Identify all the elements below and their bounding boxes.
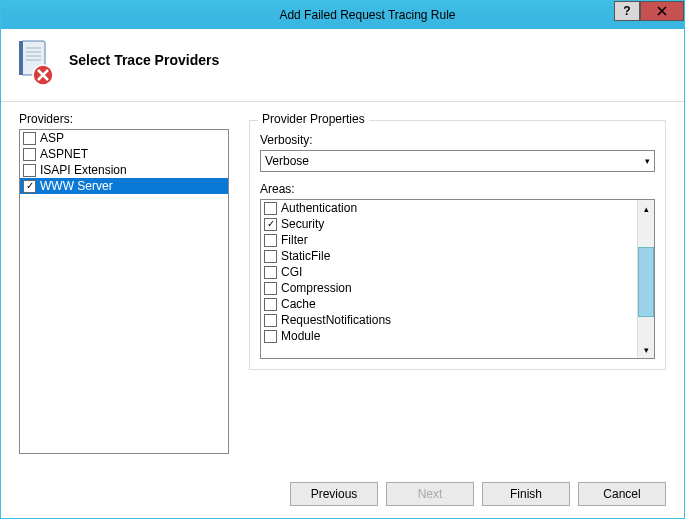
- verbosity-value: Verbose: [265, 154, 309, 168]
- checkbox[interactable]: [264, 266, 277, 279]
- vertical-scrollbar[interactable]: ▴ ▾: [637, 200, 654, 358]
- provider-item[interactable]: ✓WWW Server: [20, 178, 228, 194]
- provider-item-label: ISAPI Extension: [40, 163, 127, 177]
- checkbox[interactable]: [264, 234, 277, 247]
- finish-button[interactable]: Finish: [482, 482, 570, 506]
- help-button[interactable]: ?: [614, 1, 640, 21]
- area-item-label: Authentication: [281, 201, 357, 215]
- previous-button[interactable]: Previous: [290, 482, 378, 506]
- area-item[interactable]: StaticFile: [261, 248, 637, 264]
- titlebar: Add Failed Request Tracing Rule ?: [1, 1, 684, 29]
- provider-item[interactable]: ASPNET: [20, 146, 228, 162]
- window-title: Add Failed Request Tracing Rule: [51, 8, 684, 22]
- checkbox[interactable]: [23, 148, 36, 161]
- checkbox[interactable]: [23, 164, 36, 177]
- provider-item-label: WWW Server: [40, 179, 113, 193]
- close-button[interactable]: [640, 1, 684, 21]
- checkbox[interactable]: [23, 132, 36, 145]
- area-item-label: Security: [281, 217, 324, 231]
- close-icon: [657, 6, 667, 16]
- verbosity-label: Verbosity:: [260, 133, 655, 147]
- checkbox[interactable]: ✓: [264, 218, 277, 231]
- providers-panel: Providers: ASPASPNETISAPI Extension✓WWW …: [19, 112, 229, 454]
- providers-label: Providers:: [19, 112, 229, 126]
- areas-list: Authentication✓SecurityFilterStaticFileC…: [261, 200, 637, 358]
- next-button: Next: [386, 482, 474, 506]
- checkbox[interactable]: ✓: [23, 180, 36, 193]
- wizard-icon: [15, 39, 55, 87]
- areas-listbox[interactable]: Authentication✓SecurityFilterStaticFileC…: [260, 199, 655, 359]
- area-item[interactable]: CGI: [261, 264, 637, 280]
- area-item-label: Cache: [281, 297, 316, 311]
- area-item[interactable]: RequestNotifications: [261, 312, 637, 328]
- checkbox[interactable]: [264, 330, 277, 343]
- scroll-thumb[interactable]: [638, 247, 654, 317]
- scroll-track[interactable]: [638, 217, 654, 341]
- area-item[interactable]: ✓Security: [261, 216, 637, 232]
- checkbox[interactable]: [264, 282, 277, 295]
- area-item-label: Filter: [281, 233, 308, 247]
- group-title: Provider Properties: [258, 112, 369, 126]
- area-item[interactable]: Cache: [261, 296, 637, 312]
- page-title: Select Trace Providers: [69, 52, 219, 68]
- checkbox[interactable]: [264, 202, 277, 215]
- providers-listbox[interactable]: ASPASPNETISAPI Extension✓WWW Server: [19, 129, 229, 454]
- provider-item-label: ASPNET: [40, 147, 88, 161]
- checkbox[interactable]: [264, 314, 277, 327]
- area-item[interactable]: Module: [261, 328, 637, 344]
- scroll-down-button[interactable]: ▾: [638, 341, 654, 358]
- verbosity-select[interactable]: Verbose ▾: [260, 150, 655, 172]
- checkbox[interactable]: [264, 298, 277, 311]
- provider-item-label: ASP: [40, 131, 64, 145]
- area-item-label: RequestNotifications: [281, 313, 391, 327]
- titlebar-buttons: ?: [614, 1, 684, 21]
- checkbox[interactable]: [264, 250, 277, 263]
- provider-item[interactable]: ASP: [20, 130, 228, 146]
- area-item-label: StaticFile: [281, 249, 330, 263]
- properties-panel: Provider Properties Verbosity: Verbose ▾…: [249, 112, 666, 454]
- area-item[interactable]: Filter: [261, 232, 637, 248]
- wizard-window: Add Failed Request Tracing Rule ? Select…: [0, 0, 685, 519]
- area-item-label: Compression: [281, 281, 352, 295]
- chevron-down-icon: ▾: [645, 156, 650, 166]
- provider-item[interactable]: ISAPI Extension: [20, 162, 228, 178]
- area-item-label: Module: [281, 329, 320, 343]
- provider-properties-group: Provider Properties Verbosity: Verbose ▾…: [249, 120, 666, 370]
- area-item[interactable]: Compression: [261, 280, 637, 296]
- wizard-footer: Previous Next Finish Cancel: [1, 470, 684, 518]
- cancel-button[interactable]: Cancel: [578, 482, 666, 506]
- content-area: Providers: ASPASPNETISAPI Extension✓WWW …: [1, 102, 684, 464]
- svg-rect-1: [19, 41, 23, 75]
- area-item-label: CGI: [281, 265, 302, 279]
- scroll-up-button[interactable]: ▴: [638, 200, 654, 217]
- area-item[interactable]: Authentication: [261, 200, 637, 216]
- wizard-header: Select Trace Providers: [1, 29, 684, 102]
- areas-label: Areas:: [260, 182, 655, 196]
